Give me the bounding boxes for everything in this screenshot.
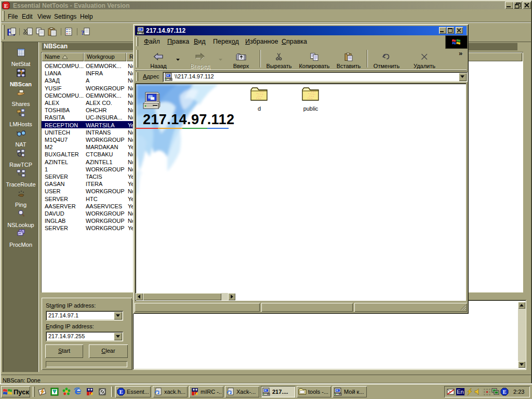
svg-text:E: E: [503, 389, 507, 395]
svg-text:?: ?: [81, 29, 85, 36]
svg-text:?: ?: [19, 70, 22, 76]
svg-text:En: En: [457, 389, 463, 395]
svg-text:E: E: [119, 389, 123, 395]
svg-text:E: E: [4, 3, 8, 9]
